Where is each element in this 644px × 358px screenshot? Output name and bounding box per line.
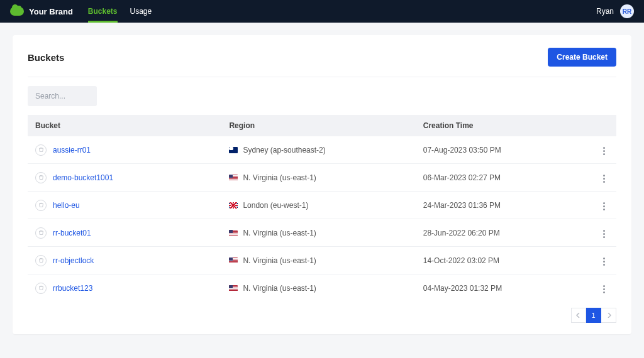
brand-logo-icon (10, 7, 24, 16)
bucket-name-link[interactable]: aussie-rr01 (53, 146, 91, 155)
creation-time: 04-May-2023 01:32 PM (416, 274, 592, 302)
flag-icon (229, 285, 238, 291)
search-row (28, 86, 616, 106)
bucket-name-link[interactable]: demo-bucket1001 (53, 173, 113, 182)
creation-time: 06-Mar-2023 02:27 PM (416, 164, 592, 192)
flag-icon (229, 258, 238, 264)
table-row: aussie-rr01Sydney (ap-southeast-2)07-Aug… (28, 136, 616, 164)
table-row: hello-euLondon (eu-west-1)24-Mar-2023 01… (28, 192, 616, 219)
page-number-1[interactable]: 1 (586, 308, 601, 323)
search-input[interactable] (28, 86, 97, 106)
avatar[interactable]: RR (620, 4, 634, 18)
topbar: Your Brand Buckets Usage Ryan RR (0, 0, 644, 23)
flag-icon (229, 202, 238, 209)
bucket-icon (35, 200, 47, 211)
bucket-icon (35, 144, 47, 156)
tab-buckets[interactable]: Buckets (88, 0, 118, 23)
col-header-creation[interactable]: Creation Time (416, 115, 592, 136)
col-header-region[interactable]: Region (221, 115, 415, 136)
topbar-right: Ryan RR (596, 4, 634, 18)
pagination: 1 (28, 308, 616, 323)
flag-icon (229, 230, 238, 236)
bucket-icon (35, 283, 47, 294)
nav-tabs: Buckets Usage (88, 0, 152, 23)
bucket-name-link[interactable]: hello-eu (53, 201, 80, 210)
chevron-right-icon (606, 313, 611, 318)
page-prev-button[interactable] (571, 308, 586, 323)
table-row: rr-bucket01N. Virginia (us-east-1)28-Jun… (28, 219, 616, 247)
row-actions-menu[interactable] (599, 227, 609, 241)
row-actions-menu[interactable] (599, 283, 609, 296)
table-row: rr-objectlockN. Virginia (us-east-1)14-O… (28, 247, 616, 274)
col-header-bucket[interactable]: Bucket (28, 115, 221, 136)
bucket-icon (35, 172, 47, 183)
brand-name: Your Brand (29, 7, 73, 16)
create-bucket-button[interactable]: Create Bucket (548, 48, 616, 67)
username[interactable]: Ryan (596, 7, 614, 16)
buckets-card: Buckets Create Bucket Bucket Region Crea… (13, 35, 631, 334)
region-label: Sydney (ap-southeast-2) (243, 146, 325, 155)
page-title: Buckets (28, 52, 64, 63)
region-label: N. Virginia (us-east-1) (243, 284, 316, 293)
bucket-name-link[interactable]: rrbucket123 (53, 284, 92, 293)
bucket-icon (35, 227, 47, 239)
creation-time: 24-Mar-2023 01:36 PM (416, 192, 592, 219)
bucket-icon (35, 255, 47, 266)
row-actions-menu[interactable] (599, 172, 609, 185)
creation-time: 14-Oct-2022 03:02 PM (416, 247, 592, 274)
page: Buckets Create Bucket Bucket Region Crea… (0, 23, 644, 347)
table-row: rrbucket123N. Virginia (us-east-1)04-May… (28, 274, 616, 302)
row-actions-menu[interactable] (599, 144, 609, 158)
creation-time: 28-Jun-2022 06:20 PM (416, 219, 592, 247)
buckets-table: Bucket Region Creation Time aussie-rr01S… (28, 115, 616, 301)
row-actions-menu[interactable] (599, 255, 609, 268)
flag-icon (229, 175, 238, 181)
region-label: N. Virginia (us-east-1) (243, 256, 316, 265)
row-actions-menu[interactable] (599, 200, 609, 213)
card-header: Buckets Create Bucket (28, 48, 616, 77)
bucket-name-link[interactable]: rr-objectlock (53, 256, 94, 265)
region-label: N. Virginia (us-east-1) (243, 229, 316, 237)
flag-icon (229, 147, 238, 153)
chevron-left-icon (576, 313, 581, 318)
col-header-actions (592, 115, 616, 136)
region-label: N. Virginia (us-east-1) (243, 173, 316, 182)
creation-time: 07-Aug-2023 03:50 PM (416, 136, 592, 164)
region-label: London (eu-west-1) (243, 201, 308, 210)
table-row: demo-bucket1001N. Virginia (us-east-1)06… (28, 164, 616, 192)
brand[interactable]: Your Brand (10, 7, 73, 16)
page-next-button[interactable] (601, 308, 616, 323)
bucket-name-link[interactable]: rr-bucket01 (53, 229, 91, 237)
tab-usage[interactable]: Usage (130, 0, 152, 23)
